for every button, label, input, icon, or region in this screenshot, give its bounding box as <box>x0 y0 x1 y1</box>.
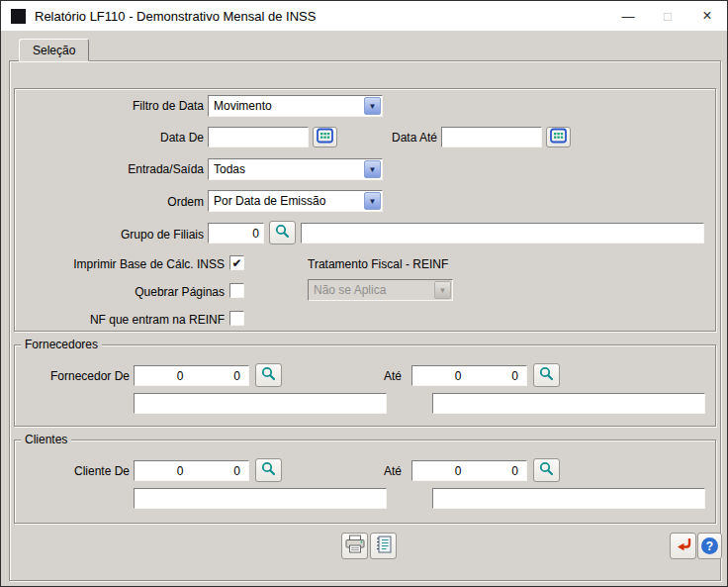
clientes-groupbox: Clientes <box>14 440 716 524</box>
cliente-ate-code[interactable]: 0 <box>412 464 470 478</box>
cliente-de-lookup-button[interactable] <box>255 458 282 482</box>
calendar-icon <box>550 128 567 147</box>
data-de-label: Data De <box>105 131 204 146</box>
entrada-saida-combobox[interactable]: Todas ▼ <box>208 158 383 180</box>
tratamento-fiscal-combobox: Não se Aplica ▼ <box>308 279 453 301</box>
cliente-ate-name-input[interactable] <box>432 488 705 509</box>
fornecedor-de-store[interactable]: 0 <box>192 369 249 383</box>
ordem-combobox[interactable]: Por Data de Emissão ▼ <box>208 190 383 212</box>
filtro-de-data-combobox[interactable]: Movimento ▼ <box>208 95 383 117</box>
nf-reinf-checkbox[interactable] <box>229 311 244 326</box>
cliente-de-input[interactable]: 0 0 <box>134 460 249 481</box>
fornecedor-ate-store[interactable]: 0 <box>470 369 527 383</box>
close-button[interactable]: × <box>687 1 727 31</box>
chevron-down-icon[interactable]: ▼ <box>364 97 381 115</box>
window-title: Relatório LF110 - Demonstrativo Mensal d… <box>35 9 316 24</box>
magnifier-icon <box>275 224 290 242</box>
fornecedor-de-lookup-button[interactable] <box>255 363 282 387</box>
fornecedor-ate-name-input[interactable] <box>432 393 705 414</box>
filtro-de-data-value: Movimento <box>209 99 363 113</box>
fornecedores-groupbox: Fornecedores <box>14 344 716 427</box>
magnifier-icon <box>261 461 276 479</box>
print-setup-icon <box>374 535 394 557</box>
tab-selecao[interactable]: Seleção <box>19 39 89 61</box>
fornecedor-de-name-input[interactable] <box>134 393 387 414</box>
chevron-down-icon[interactable]: ▼ <box>364 192 381 210</box>
fornecedor-ate-lookup-button[interactable] <box>533 363 560 387</box>
fornecedor-de-code[interactable]: 0 <box>135 369 192 383</box>
data-ate-label: Data Até <box>380 131 437 146</box>
exit-arrow-icon <box>675 537 692 556</box>
grupo-filiais-code-input[interactable]: 0 <box>208 223 264 244</box>
cliente-ate-input[interactable]: 0 0 <box>411 460 527 481</box>
data-ate-calendar-button[interactable] <box>546 127 571 147</box>
cliente-de-name-input[interactable] <box>134 488 387 509</box>
cliente-ate-lookup-button[interactable] <box>533 458 560 482</box>
grupo-filiais-label: Grupo de Filiais <box>85 228 204 243</box>
minimize-button[interactable]: — <box>608 1 648 31</box>
exit-button[interactable] <box>670 533 696 559</box>
fornecedores-group-label: Fornecedores <box>21 338 102 352</box>
window-controls: — □ × <box>608 1 727 31</box>
nf-reinf-label: NF que entram na REINF <box>27 313 225 328</box>
data-de-calendar-button[interactable] <box>313 127 337 147</box>
magnifier-icon <box>539 461 554 479</box>
quebrar-paginas-checkbox[interactable] <box>229 283 244 298</box>
titlebar: Relatório LF110 - Demonstrativo Mensal d… <box>1 1 727 31</box>
cliente-de-store[interactable]: 0 <box>192 464 249 478</box>
data-ate-input[interactable] <box>441 127 542 147</box>
entrada-saida-value: Todas <box>209 162 363 176</box>
cliente-ate-store[interactable]: 0 <box>470 464 527 478</box>
chevron-down-icon: ▼ <box>434 281 451 299</box>
print-setup-button[interactable] <box>370 533 397 559</box>
cliente-ate-label: Até <box>384 464 410 479</box>
fornecedor-ate-input[interactable]: 0 0 <box>411 365 527 386</box>
dialog-window: Relatório LF110 - Demonstrativo Mensal d… <box>0 0 728 587</box>
imprimir-base-checkbox[interactable]: ✔ <box>229 255 244 270</box>
cliente-de-code[interactable]: 0 <box>135 464 192 478</box>
imprimir-base-label: Imprimir Base de Cálc. INSS <box>27 257 225 272</box>
app-icon <box>11 9 26 24</box>
printer-icon <box>344 535 366 557</box>
maximize-button: □ <box>648 1 687 31</box>
magnifier-icon <box>539 366 554 384</box>
fornecedor-ate-label: Até <box>384 369 410 384</box>
ordem-value: Por Data de Emissão <box>209 194 363 208</box>
help-button[interactable]: ? <box>697 533 722 559</box>
print-button[interactable] <box>341 533 368 559</box>
quebrar-paginas-label: Quebrar Páginas <box>76 285 225 300</box>
fornecedor-de-input[interactable]: 0 0 <box>134 365 249 386</box>
ordem-label: Ordem <box>125 195 204 210</box>
help-icon: ? <box>701 538 718 554</box>
filtro-de-data-label: Filtro de Data <box>65 99 204 114</box>
data-de-input[interactable] <box>208 127 309 147</box>
chevron-down-icon[interactable]: ▼ <box>364 160 381 178</box>
magnifier-icon <box>261 366 276 384</box>
grupo-filiais-name-input[interactable] <box>301 223 704 244</box>
grupo-filiais-lookup-button[interactable] <box>269 221 296 245</box>
fornecedor-de-label: Fornecedor De <box>31 369 130 384</box>
cliente-de-label: Cliente De <box>31 464 130 479</box>
calendar-icon <box>317 128 333 147</box>
tratamento-fiscal-label: Tratamento Fiscal - REINF <box>308 257 525 272</box>
entrada-saida-label: Entrada/Saída <box>85 162 204 177</box>
tratamento-fiscal-value: Não se Aplica <box>309 283 433 297</box>
clientes-group-label: Clientes <box>21 433 71 447</box>
fornecedor-ate-code[interactable]: 0 <box>412 369 470 383</box>
